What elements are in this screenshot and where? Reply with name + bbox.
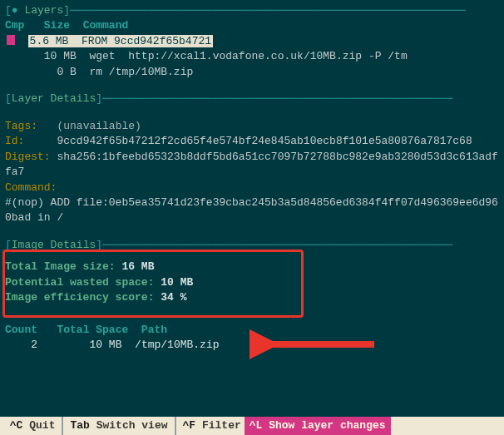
filter-key: ^F [183,419,196,432]
id-label: Id: [5,135,24,147]
wasted-count: 2 [31,339,37,351]
metric-total: Total Image size: 16 MB [5,260,499,274]
efficiency-label: Image efficiency score: [5,291,154,304]
layer-changes-action[interactable]: ^L Show layer changes [245,417,391,435]
layer-size: 5.6 MB [30,35,69,47]
total-size-label: Total Image size: [5,260,116,273]
total-size-value: 16 MB [121,260,154,273]
tags-value: (unavailable) [57,120,141,132]
digest-label: Digest: [5,151,51,163]
layer-command: FROM 9ccd942f65b4721 [82,35,211,47]
layer-row-selected[interactable]: 5.6 MB FROM 9ccd942f65b4721 [5,34,499,49]
status-bar: ^C Quit Tab Switch view ^F Filter ^L Sho… [0,417,504,435]
image-metrics: Total Image size: 16 MB Potential wasted… [5,255,499,305]
layers-title: Layers [24,4,63,17]
layer-row[interactable]: 0 B rm /tmp/10MB.zip [5,65,499,80]
changes-label: Show layer changes [269,418,385,433]
layer-size: 10 MB [44,50,77,62]
wasted-path: /tmp/10MB.zip [135,339,219,351]
tab-key: Tab [70,419,89,432]
tags-row: Tags: (unavailable) [5,119,499,134]
quit-label: Quit [29,419,55,432]
changes-key: ^L [250,418,263,433]
tab-label: Switch view [96,419,168,432]
col-size: Size [44,19,70,32]
digest-row: Digest: sha256:1bfeebd65323b8ddf5bd6a51c… [5,150,499,180]
quit-key: ^C [10,419,23,432]
col-cmp: Cmp [5,19,24,32]
layer-command: rm /tmp/10MB.zip [89,66,193,78]
col-command: Command [83,19,129,32]
command-value-row: #(nop) ADD file:0eb5ea35741d23fe39cbac24… [5,195,499,226]
divider-icon [175,417,176,435]
layer-size: 0 B [57,66,76,78]
col-total: Total Space [57,324,128,336]
image-details-title: Image Details [12,239,96,251]
divider-icon [62,417,63,435]
quit-action[interactable]: ^C Quit [3,418,55,433]
command-value: #(nop) ADD file:0eb5ea35741d23fe39cbac24… [5,196,498,224]
switch-view-action[interactable]: Tab Switch view [70,418,167,433]
wasted-headers: Count Total Space Path [5,323,499,338]
wasted-row: 2 10 MB /tmp/10MB.zip [5,338,499,353]
wasted-total: 10 MB [89,339,121,351]
layer-details-header: [Layer Details]─────────────────────────… [5,91,499,106]
efficiency-value: 34 % [161,291,186,304]
wasted-label: Potential wasted space: [5,276,154,289]
tags-label: Tags: [5,120,37,132]
metric-efficiency: Image efficiency score: 34 % [5,290,499,305]
id-value: 9ccd942f65b47212f2cd65f4e574bf24e845ab10… [57,135,472,147]
filter-label: Filter [202,419,241,432]
command-label-row: Command: [5,180,499,195]
metric-wasted: Potential wasted space: 10 MB [5,275,499,290]
filter-action[interactable]: ^F Filter [183,418,241,433]
id-row: Id: 9ccd942f65b47212f2cd65f4e574bf24e845… [5,134,499,149]
col-count: Count [5,324,37,336]
digest-value: sha256:1bfeebd65323b8ddf5bd6a51cc7097b72… [5,151,498,178]
layers-column-headers: Cmp Size Command [5,18,499,33]
col-path: Path [141,324,167,336]
command-label: Command: [5,181,57,194]
layer-details-title: Layer Details [12,92,96,105]
image-details-header: [Image Details]─────────────────────────… [5,238,499,253]
cmp-marker-icon [7,35,15,45]
layers-section-header: [● Layers]──────────────────────────────… [5,3,499,18]
wasted-value: 10 MB [161,276,193,289]
layer-row[interactable]: 10 MB wget http://xcal1.vodafone.co.uk/1… [5,49,499,64]
terminal-screen: [● Layers]──────────────────────────────… [0,0,504,357]
layer-command: wget http://xcal1.vodafone.co.uk/10MB.zi… [89,50,407,62]
